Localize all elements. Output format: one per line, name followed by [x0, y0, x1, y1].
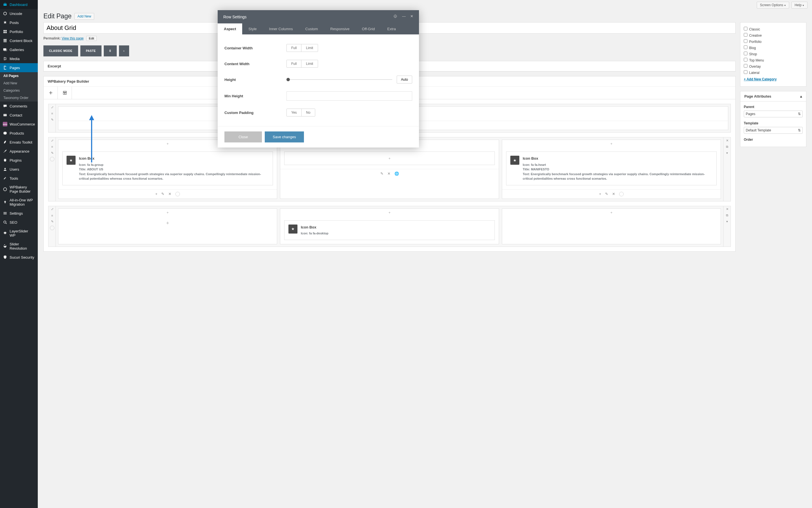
pencil-icon[interactable]: ✎: [48, 117, 56, 123]
sidebar-item-layerslider[interactable]: LayerSlider WP: [0, 227, 38, 240]
sidebar-item-contact[interactable]: Contact: [0, 111, 38, 120]
sidebar-item-migration[interactable]: All-in-One WP Migration: [0, 196, 38, 209]
category-checkbox[interactable]: Overlay: [744, 63, 803, 70]
full-option[interactable]: Full: [287, 44, 301, 52]
tab-offgrid[interactable]: Off-Grid: [356, 24, 381, 34]
add-element-button[interactable]: [44, 87, 58, 99]
parent-select[interactable]: Pages⇅: [744, 111, 803, 117]
columns-icon[interactable]: ≡: [48, 143, 56, 150]
circle-icon[interactable]: [175, 192, 180, 196]
min-height-input[interactable]: [286, 91, 412, 101]
sidebar-item-media[interactable]: Media: [0, 54, 38, 63]
template-button[interactable]: [58, 87, 72, 99]
pencil-icon[interactable]: ✎: [161, 192, 164, 196]
add-content-icon[interactable]: +: [280, 209, 499, 216]
auto-button[interactable]: Auto: [397, 76, 412, 84]
sidebar-sub-addnew[interactable]: Add New: [0, 80, 38, 87]
columns-icon[interactable]: ≡: [48, 110, 56, 117]
expand-icon[interactable]: ⤢: [48, 206, 56, 212]
copy-icon[interactable]: ⧉: [723, 212, 731, 219]
minimize-icon[interactable]: —: [402, 14, 406, 19]
pencil-icon[interactable]: ✎: [380, 171, 384, 176]
paste-button[interactable]: PASTE: [80, 45, 101, 56]
zero-button[interactable]: 0: [104, 45, 117, 56]
add-category-link[interactable]: + Add New Category: [744, 76, 777, 83]
close-icon[interactable]: ✕: [612, 192, 615, 196]
sidebar-item-sliderrev[interactable]: Slider Revolution: [0, 240, 38, 253]
sidebar-item-wpbakery[interactable]: WPBakery Page Builder: [0, 183, 38, 196]
pencil-icon[interactable]: ✎: [48, 150, 56, 156]
sidebar-item-galleries[interactable]: Galleries: [0, 45, 38, 54]
sidebar-item-seo[interactable]: SEO: [0, 218, 38, 227]
copy-icon[interactable]: ⧉: [723, 143, 731, 150]
yes-option[interactable]: Yes: [287, 109, 302, 116]
height-slider[interactable]: [286, 79, 392, 80]
tab-aspect[interactable]: Aspect: [218, 24, 242, 34]
pencil-icon[interactable]: ✎: [605, 192, 608, 196]
tab-responsive[interactable]: Responsive: [324, 24, 356, 34]
full-option[interactable]: Full: [287, 60, 301, 68]
sidebar-item-products[interactable]: Products: [0, 129, 38, 138]
sidebar-item-posts[interactable]: Posts: [0, 18, 38, 27]
columns-icon[interactable]: ≡: [48, 212, 56, 219]
close-icon[interactable]: ✕: [723, 206, 731, 212]
icon-box-widget[interactable]: ★ Icon Box Icon: fa fa-heart Title: MANI…: [506, 152, 717, 185]
sidebar-item-contentblock[interactable]: Content Block: [0, 36, 38, 45]
close-icon[interactable]: ✕: [388, 171, 391, 176]
expand-icon[interactable]: ⤢: [48, 137, 56, 143]
empty-widget[interactable]: +: [284, 152, 495, 165]
sidebar-item-tools[interactable]: Tools: [0, 174, 38, 183]
chevron-down-icon[interactable]: ▾: [723, 150, 731, 156]
category-checkbox[interactable]: Portfolio: [744, 38, 803, 45]
chevron-down-icon[interactable]: ▾: [723, 219, 731, 225]
icon-box-widget[interactable]: ★ Icon Box Icon: fa fa-desktop: [284, 220, 495, 240]
limit-option[interactable]: Limit: [301, 60, 317, 68]
category-checkbox[interactable]: Shop: [744, 51, 803, 57]
sidebar-item-appearance[interactable]: Appearance: [0, 147, 38, 156]
tab-inner-columns[interactable]: Inner Columns: [263, 24, 299, 34]
pencil-icon[interactable]: ✎: [48, 219, 56, 225]
add-content-icon[interactable]: +: [502, 209, 721, 216]
help-button[interactable]: Help: [792, 2, 808, 8]
add-new-button[interactable]: Add New: [75, 13, 94, 20]
no-option[interactable]: No: [302, 109, 315, 116]
sidebar-sub-allpages[interactable]: All Pages: [0, 72, 38, 80]
tab-style[interactable]: Style: [242, 24, 263, 34]
permalink-link[interactable]: View this page: [62, 36, 84, 40]
gear-icon[interactable]: [393, 14, 398, 19]
category-checkbox[interactable]: Blog: [744, 45, 803, 51]
sidebar-item-dashboard[interactable]: Dashboard: [0, 0, 38, 9]
category-checkbox[interactable]: Creative: [744, 32, 803, 38]
icon-box-widget[interactable]: ★ Icon Box Icon: fa fa-group Title: ABOU…: [62, 152, 273, 185]
category-checkbox[interactable]: Top Menu: [744, 57, 803, 63]
category-checkbox[interactable]: Lateral: [744, 70, 803, 76]
sidebar-item-uncode[interactable]: Uncode: [0, 9, 38, 18]
tab-extra[interactable]: Extra: [381, 24, 402, 34]
sidebar-sub-categories[interactable]: Categories: [0, 87, 38, 94]
panel-header[interactable]: Page Attributes ▴: [740, 91, 806, 101]
edit-permalink-button[interactable]: Edit: [86, 36, 97, 41]
add-content-icon[interactable]: +: [58, 209, 277, 216]
plus-icon[interactable]: +: [155, 192, 157, 196]
sidebar-item-comments[interactable]: Comments: [0, 101, 38, 111]
add-content-icon[interactable]: +: [58, 216, 277, 230]
sidebar-item-users[interactable]: Users: [0, 165, 38, 174]
sidebar-item-plugins[interactable]: Plugins: [0, 156, 38, 165]
classic-mode-button[interactable]: CLASSIC MODE: [43, 45, 78, 56]
plus-icon[interactable]: +: [599, 192, 601, 196]
expand-icon[interactable]: ⤢: [48, 104, 56, 110]
globe-icon[interactable]: 🌐: [395, 171, 399, 176]
sidebar-item-sucuri[interactable]: Sucuri Security: [0, 253, 38, 262]
close-button[interactable]: Close: [224, 131, 262, 142]
sidebar-item-settings[interactable]: Settings: [0, 209, 38, 218]
sidebar-item-envato[interactable]: Envato Toolkit: [0, 138, 38, 147]
screen-options-button[interactable]: Screen Options: [757, 2, 789, 8]
circle-icon[interactable]: [48, 156, 56, 162]
sidebar-item-woo[interactable]: wooWooCommerce: [0, 120, 38, 129]
close-icon[interactable]: ✕: [168, 192, 171, 196]
circle-icon[interactable]: [619, 192, 624, 196]
collapse-icon[interactable]: ▴: [800, 94, 802, 98]
tab-custom[interactable]: Custom: [299, 24, 324, 34]
category-checkbox[interactable]: Classic: [744, 26, 803, 32]
sidebar-item-pages[interactable]: Pages: [0, 63, 38, 72]
